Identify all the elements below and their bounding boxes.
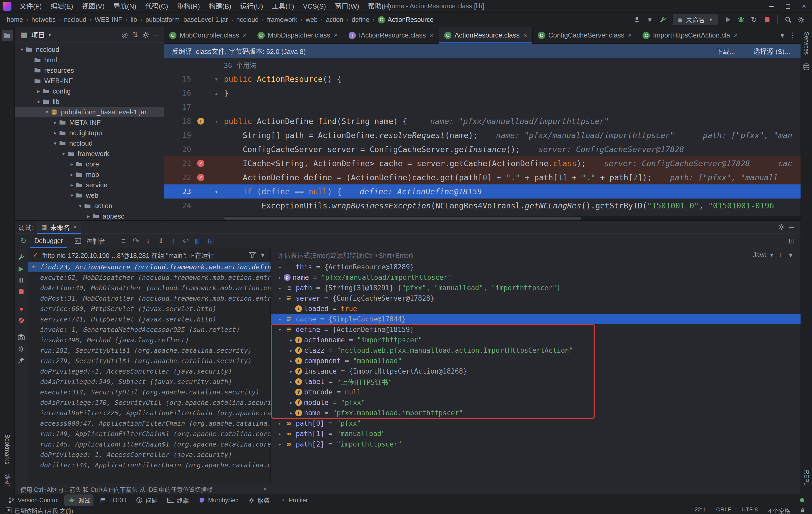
- project-panel-title[interactable]: 项目: [31, 30, 45, 39]
- breadcrumb-item[interactable]: WEB-INF: [95, 16, 122, 23]
- more-icon[interactable]: ⋮: [787, 30, 798, 40]
- gear-icon[interactable]: [16, 343, 27, 355]
- close-icon[interactable]: ×: [73, 223, 77, 231]
- code-line[interactable]: 24 ExceptionUtils.wrapBusinessException(…: [164, 198, 801, 213]
- search-icon[interactable]: [783, 15, 793, 25]
- variable-row[interactable]: ▸fmodule = "pfxx": [271, 397, 801, 408]
- tree-arrow-icon[interactable]: ▸: [276, 274, 284, 280]
- menu-item[interactable]: 视图(V): [78, 0, 109, 12]
- toolwindow-button-murphysec[interactable]: MurphySec: [195, 494, 242, 506]
- project-tree-item[interactable]: ▸core: [14, 159, 164, 169]
- project-tree-item[interactable]: resources: [14, 65, 164, 76]
- chevron-down-icon[interactable]: ▾: [46, 30, 53, 40]
- breadcrumb-current-file[interactable]: CActionResource: [378, 16, 433, 23]
- mute-bp-icon[interactable]: [16, 315, 27, 326]
- project-tree-item[interactable]: ▸appesc: [14, 211, 164, 220]
- breadcrumb-item[interactable]: nccloud: [236, 16, 259, 23]
- tab-debugger[interactable]: Debugger: [30, 234, 67, 248]
- wrench-icon[interactable]: [16, 251, 27, 263]
- scrollbar-thumb[interactable]: [224, 217, 581, 220]
- frame-row[interactable]: doPrivileged:-1, AccessController (java.…: [28, 366, 270, 376]
- tree-arrow-icon[interactable]: ▸: [276, 285, 284, 291]
- horizontal-scrollbar[interactable]: [224, 216, 801, 220]
- thread-header[interactable]: ✓ "http-nio-172.20.10.190-...8"@18,281 在…: [28, 248, 270, 262]
- variable-row[interactable]: ▸fclazz = "nccloud.web.pfxx.manualload.a…: [271, 345, 801, 356]
- menu-item[interactable]: 导航(N): [109, 0, 141, 12]
- variable-row[interactable]: ▸factionname = "importhttpscer": [271, 335, 801, 345]
- tree-arrow-icon[interactable]: ▾: [60, 151, 67, 157]
- play-icon[interactable]: [723, 15, 733, 25]
- variable-row[interactable]: ▾define = {ActionDefine@18159}: [271, 324, 801, 335]
- gutter[interactable]: 16▴: [164, 89, 224, 98]
- editor-tab[interactable]: IIActionResource.class×: [343, 27, 439, 44]
- chevron-down-icon[interactable]: ▾: [768, 250, 775, 260]
- user-icon[interactable]: [632, 15, 642, 25]
- debug-session-tab[interactable]: ▦ 未命名 ×: [37, 221, 81, 234]
- tree-arrow-icon[interactable]: ▸: [287, 337, 295, 343]
- code-line[interactable]: 22✓ ActionDefine define = (ActionDefine)…: [164, 170, 801, 185]
- frame-row[interactable]: run:279, SecurityUtil$1 (org.apache.cata…: [28, 356, 270, 366]
- tree-arrow-icon[interactable]: ▸: [287, 368, 295, 374]
- variable-row[interactable]: ▸pname = "pfxx/manualload/importhttpscer…: [271, 272, 801, 283]
- menu-item[interactable]: 运行(U): [236, 0, 268, 12]
- code-line[interactable]: 15▾public ActionResource() {: [164, 72, 801, 86]
- tree-arrow-icon[interactable]: ▾: [68, 192, 76, 198]
- breadcrumb-item[interactable]: home: [7, 16, 23, 23]
- status-item[interactable]: 22:1: [695, 506, 706, 514]
- gutter[interactable]: 19: [164, 131, 224, 140]
- pin-icon[interactable]: [16, 355, 27, 366]
- toolwindow-button-问题[interactable]: !问题: [132, 494, 161, 506]
- frame-row[interactable]: internalDoFilter:225, ApplicationFilterC…: [28, 408, 270, 418]
- frame-row[interactable]: service:741, HttpServlet (javax.servlet.…: [28, 314, 270, 324]
- project-tree-item[interactable]: ▸config: [14, 86, 164, 97]
- tree-arrow-icon[interactable]: ▸: [287, 379, 295, 385]
- project-tree-item[interactable]: ▾nccloud: [14, 138, 164, 148]
- frame-row[interactable]: excute:62, MobDispatcher (nccloud.framew…: [28, 272, 270, 283]
- code-area[interactable]: 36 个用法15▾public ActionResource() {16▴}17…: [164, 58, 801, 216]
- menu-item[interactable]: 代码(C): [141, 0, 173, 12]
- camera-icon[interactable]: [16, 332, 27, 343]
- tree-arrow-icon[interactable]: ▸: [68, 171, 76, 178]
- toolwindow-button-todo[interactable]: ▤TODO: [95, 494, 130, 506]
- project-tool-button[interactable]: [2, 30, 13, 41]
- variable-row[interactable]: ▸∞path[1] = "manualload": [271, 429, 801, 439]
- project-tree-item[interactable]: ▸nc.lightapp: [14, 128, 164, 138]
- tree-arrow-icon[interactable]: ▸: [52, 119, 59, 126]
- project-tree-item[interactable]: ▾nccloud: [14, 44, 164, 55]
- variable-row[interactable]: ▸this = {ActionResource@18289}: [271, 262, 801, 272]
- editor-tab[interactable]: CActionResource.class×: [439, 27, 533, 44]
- variable-row[interactable]: ▸path = {String[3]@18291} ["pfxx", "manu…: [271, 283, 801, 293]
- code-line[interactable]: 18↑▾public ActionDefine find(String name…: [164, 114, 801, 128]
- gutter[interactable]: 24: [164, 201, 224, 210]
- fold-icon[interactable]: ▾: [210, 118, 222, 125]
- frame-row[interactable]: access$000:47, ApplicationFilterChain (o…: [28, 418, 270, 429]
- breadcrumb-item[interactable]: web: [306, 16, 318, 23]
- gutter[interactable]: 23▾: [164, 187, 224, 196]
- code-line[interactable]: 20 ConfigCacheServer server = ConfigCach…: [164, 142, 801, 156]
- gutter[interactable]: 18↑▾: [164, 117, 224, 126]
- frame-row[interactable]: invoke:-1, GeneratedMethodAccessor935 (s…: [28, 324, 270, 335]
- table-icon[interactable]: ▦: [193, 236, 204, 246]
- stop-icon[interactable]: [762, 15, 772, 25]
- breakpoint-icon[interactable]: ✓: [197, 160, 204, 167]
- tree-arrow-icon[interactable]: ▸: [276, 264, 284, 270]
- tree-arrow-icon[interactable]: ▸: [287, 410, 295, 416]
- tree-arrow-icon[interactable]: ▾: [43, 109, 51, 115]
- step-over-icon[interactable]: ↷: [131, 236, 141, 246]
- tab-console[interactable]: 控制台: [69, 234, 110, 248]
- step-out-icon[interactable]: ↑: [168, 236, 179, 246]
- breadcrumb-item[interactable]: define: [352, 16, 370, 23]
- frame-row[interactable]: find:23, ActionResource (nccloud.framewo…: [28, 262, 270, 272]
- chevron-down-icon[interactable]: ▾: [785, 250, 796, 260]
- toolwindow-button-服务[interactable]: 服务: [244, 494, 273, 506]
- gear-icon[interactable]: [796, 15, 806, 25]
- variable-row[interactable]: ▸∞path[2] = "importhttpscer": [271, 439, 801, 450]
- toolwindow-button-调试[interactable]: 调试: [64, 494, 93, 506]
- usages-hint[interactable]: 36 个用法: [224, 60, 256, 70]
- tool-label-repl[interactable]: REPL: [803, 470, 810, 486]
- locate-icon[interactable]: ◎: [119, 30, 130, 40]
- frame-row[interactable]: invoke:498, Method (java.lang.reflect): [28, 335, 270, 345]
- minimize-button[interactable]: ─: [763, 0, 780, 12]
- gear-icon[interactable]: [140, 30, 151, 40]
- tree-arrow-icon[interactable]: ▸: [276, 441, 284, 447]
